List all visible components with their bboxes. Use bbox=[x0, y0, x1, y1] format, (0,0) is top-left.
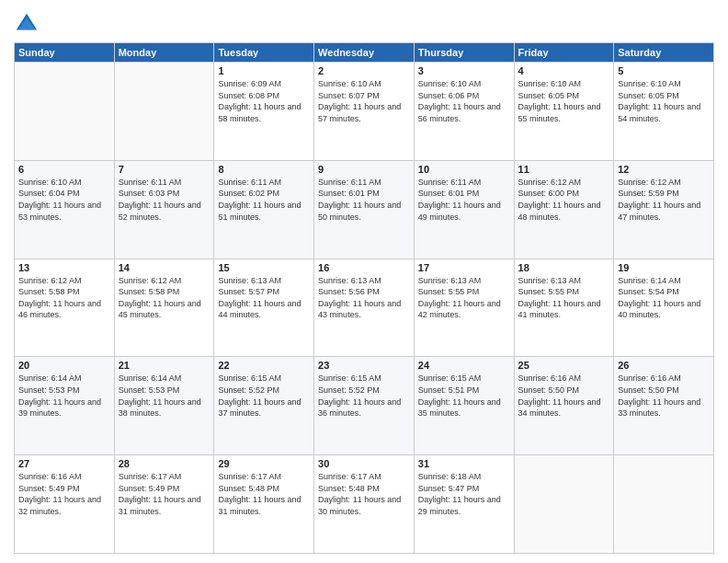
day-cell: 20Sunrise: 6:14 AMSunset: 5:53 PMDayligh… bbox=[15, 357, 115, 455]
day-number: 19 bbox=[618, 262, 710, 273]
day-detail: Sunrise: 6:16 AMSunset: 5:50 PMDaylight:… bbox=[518, 373, 601, 418]
day-cell: 11Sunrise: 6:12 AMSunset: 6:00 PMDayligh… bbox=[514, 160, 614, 259]
calendar-table: SundayMondayTuesdayWednesdayThursdayFrid… bbox=[14, 42, 714, 554]
day-detail: Sunrise: 6:13 AMSunset: 5:55 PMDaylight:… bbox=[418, 276, 501, 320]
day-detail: Sunrise: 6:15 AMSunset: 5:52 PMDaylight:… bbox=[218, 373, 301, 418]
day-cell: 28Sunrise: 6:17 AMSunset: 5:49 PMDayligh… bbox=[114, 455, 214, 554]
day-number: 3 bbox=[418, 65, 510, 76]
day-cell: 6Sunrise: 6:10 AMSunset: 6:04 PMDaylight… bbox=[15, 160, 115, 259]
day-detail: Sunrise: 6:10 AMSunset: 6:06 PMDaylight:… bbox=[418, 79, 501, 123]
day-number: 25 bbox=[518, 360, 610, 371]
day-number: 12 bbox=[618, 164, 710, 175]
weekday-header-sunday: Sunday bbox=[15, 43, 115, 63]
calendar-body: 1Sunrise: 6:09 AMSunset: 6:08 PMDaylight… bbox=[15, 63, 714, 554]
day-cell: 10Sunrise: 6:11 AMSunset: 6:01 PMDayligh… bbox=[414, 160, 514, 259]
day-number: 28 bbox=[119, 458, 210, 469]
day-detail: Sunrise: 6:18 AMSunset: 5:47 PMDaylight:… bbox=[418, 472, 501, 516]
day-number: 13 bbox=[18, 262, 110, 273]
day-number: 1 bbox=[218, 65, 310, 76]
week-row-2: 6Sunrise: 6:10 AMSunset: 6:04 PMDaylight… bbox=[15, 160, 714, 259]
day-number: 2 bbox=[318, 65, 410, 76]
day-detail: Sunrise: 6:13 AMSunset: 5:57 PMDaylight:… bbox=[218, 276, 301, 320]
weekday-header-friday: Friday bbox=[514, 43, 614, 63]
day-cell: 2Sunrise: 6:10 AMSunset: 6:07 PMDaylight… bbox=[314, 63, 415, 161]
day-cell: 18Sunrise: 6:13 AMSunset: 5:55 PMDayligh… bbox=[514, 259, 614, 357]
day-number: 9 bbox=[318, 164, 410, 175]
day-cell bbox=[614, 455, 714, 554]
logo-icon bbox=[14, 11, 40, 37]
day-cell: 14Sunrise: 6:12 AMSunset: 5:58 PMDayligh… bbox=[114, 259, 214, 357]
day-detail: Sunrise: 6:13 AMSunset: 5:55 PMDaylight:… bbox=[518, 276, 601, 320]
weekday-header-saturday: Saturday bbox=[614, 43, 714, 63]
day-cell: 17Sunrise: 6:13 AMSunset: 5:55 PMDayligh… bbox=[414, 259, 514, 357]
day-detail: Sunrise: 6:12 AMSunset: 5:58 PMDaylight:… bbox=[18, 276, 101, 320]
day-number: 8 bbox=[218, 164, 310, 175]
day-detail: Sunrise: 6:17 AMSunset: 5:49 PMDaylight:… bbox=[119, 472, 201, 516]
day-number: 16 bbox=[318, 262, 410, 273]
day-number: 20 bbox=[18, 360, 110, 371]
day-cell: 8Sunrise: 6:11 AMSunset: 6:02 PMDaylight… bbox=[214, 160, 314, 259]
day-cell: 19Sunrise: 6:14 AMSunset: 5:54 PMDayligh… bbox=[614, 259, 714, 357]
day-cell: 21Sunrise: 6:14 AMSunset: 5:53 PMDayligh… bbox=[114, 357, 214, 455]
day-detail: Sunrise: 6:17 AMSunset: 5:48 PMDaylight:… bbox=[318, 472, 401, 516]
day-cell bbox=[15, 63, 115, 161]
day-cell: 4Sunrise: 6:10 AMSunset: 6:05 PMDaylight… bbox=[514, 63, 614, 161]
week-row-5: 27Sunrise: 6:16 AMSunset: 5:49 PMDayligh… bbox=[15, 455, 714, 554]
day-detail: Sunrise: 6:14 AMSunset: 5:53 PMDaylight:… bbox=[18, 373, 101, 418]
day-number: 27 bbox=[18, 458, 110, 469]
day-detail: Sunrise: 6:10 AMSunset: 6:05 PMDaylight:… bbox=[618, 79, 700, 123]
day-number: 17 bbox=[418, 262, 510, 273]
day-cell: 27Sunrise: 6:16 AMSunset: 5:49 PMDayligh… bbox=[15, 455, 115, 554]
day-cell: 5Sunrise: 6:10 AMSunset: 6:05 PMDaylight… bbox=[614, 63, 714, 161]
day-cell bbox=[514, 455, 614, 554]
day-detail: Sunrise: 6:11 AMSunset: 6:01 PMDaylight:… bbox=[418, 178, 501, 222]
day-detail: Sunrise: 6:09 AMSunset: 6:08 PMDaylight:… bbox=[218, 79, 301, 123]
header bbox=[14, 9, 714, 37]
day-detail: Sunrise: 6:10 AMSunset: 6:04 PMDaylight:… bbox=[18, 178, 101, 222]
day-detail: Sunrise: 6:15 AMSunset: 5:52 PMDaylight:… bbox=[318, 373, 401, 418]
day-cell: 26Sunrise: 6:16 AMSunset: 5:50 PMDayligh… bbox=[614, 357, 714, 455]
weekday-header-tuesday: Tuesday bbox=[214, 43, 314, 63]
week-row-4: 20Sunrise: 6:14 AMSunset: 5:53 PMDayligh… bbox=[15, 357, 714, 455]
day-detail: Sunrise: 6:10 AMSunset: 6:07 PMDaylight:… bbox=[318, 79, 401, 123]
day-number: 31 bbox=[418, 458, 510, 469]
day-cell: 24Sunrise: 6:15 AMSunset: 5:51 PMDayligh… bbox=[414, 357, 514, 455]
day-number: 21 bbox=[119, 360, 210, 371]
day-cell: 23Sunrise: 6:15 AMSunset: 5:52 PMDayligh… bbox=[314, 357, 415, 455]
day-cell: 30Sunrise: 6:17 AMSunset: 5:48 PMDayligh… bbox=[314, 455, 415, 554]
day-number: 10 bbox=[418, 164, 510, 175]
day-detail: Sunrise: 6:15 AMSunset: 5:51 PMDaylight:… bbox=[418, 373, 501, 418]
day-number: 15 bbox=[218, 262, 310, 273]
day-detail: Sunrise: 6:11 AMSunset: 6:01 PMDaylight:… bbox=[318, 178, 401, 222]
day-cell: 1Sunrise: 6:09 AMSunset: 6:08 PMDaylight… bbox=[214, 63, 314, 161]
week-row-3: 13Sunrise: 6:12 AMSunset: 5:58 PMDayligh… bbox=[15, 259, 714, 357]
day-cell: 22Sunrise: 6:15 AMSunset: 5:52 PMDayligh… bbox=[214, 357, 314, 455]
day-detail: Sunrise: 6:11 AMSunset: 6:02 PMDaylight:… bbox=[218, 178, 301, 222]
day-cell: 29Sunrise: 6:17 AMSunset: 5:48 PMDayligh… bbox=[214, 455, 314, 554]
weekday-header-thursday: Thursday bbox=[414, 43, 514, 63]
day-number: 5 bbox=[618, 65, 710, 76]
page: SundayMondayTuesdayWednesdayThursdayFrid… bbox=[0, 0, 728, 563]
day-cell: 25Sunrise: 6:16 AMSunset: 5:50 PMDayligh… bbox=[514, 357, 614, 455]
day-cell: 16Sunrise: 6:13 AMSunset: 5:56 PMDayligh… bbox=[314, 259, 415, 357]
day-detail: Sunrise: 6:12 AMSunset: 5:59 PMDaylight:… bbox=[618, 178, 700, 222]
day-cell: 31Sunrise: 6:18 AMSunset: 5:47 PMDayligh… bbox=[414, 455, 514, 554]
day-number: 6 bbox=[18, 164, 110, 175]
day-number: 30 bbox=[318, 458, 410, 469]
day-cell: 3Sunrise: 6:10 AMSunset: 6:06 PMDaylight… bbox=[414, 63, 514, 161]
day-number: 24 bbox=[418, 360, 510, 371]
day-number: 29 bbox=[218, 458, 310, 469]
day-cell: 15Sunrise: 6:13 AMSunset: 5:57 PMDayligh… bbox=[214, 259, 314, 357]
day-cell: 7Sunrise: 6:11 AMSunset: 6:03 PMDaylight… bbox=[114, 160, 214, 259]
day-detail: Sunrise: 6:17 AMSunset: 5:48 PMDaylight:… bbox=[218, 472, 301, 516]
day-detail: Sunrise: 6:10 AMSunset: 6:05 PMDaylight:… bbox=[518, 79, 601, 123]
day-number: 7 bbox=[119, 164, 210, 175]
day-detail: Sunrise: 6:14 AMSunset: 5:53 PMDaylight:… bbox=[119, 373, 201, 418]
logo bbox=[14, 9, 41, 37]
day-detail: Sunrise: 6:12 AMSunset: 5:58 PMDaylight:… bbox=[119, 276, 201, 320]
week-row-1: 1Sunrise: 6:09 AMSunset: 6:08 PMDaylight… bbox=[15, 63, 714, 161]
day-detail: Sunrise: 6:14 AMSunset: 5:54 PMDaylight:… bbox=[618, 276, 700, 320]
day-number: 14 bbox=[119, 262, 210, 273]
day-number: 26 bbox=[618, 360, 710, 371]
day-number: 4 bbox=[518, 65, 610, 76]
